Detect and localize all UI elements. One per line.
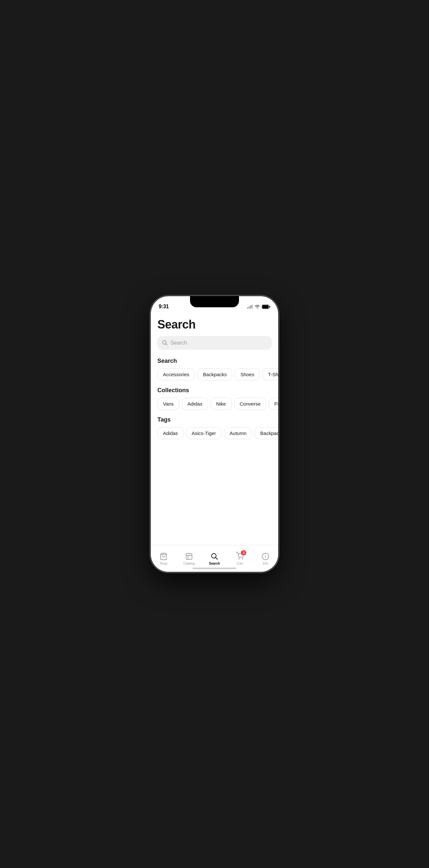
notch — [190, 296, 239, 307]
pill-tag-backpack[interactable]: Backpack — [255, 427, 278, 439]
wifi-icon — [255, 305, 260, 309]
status-time: 9:31 — [159, 304, 169, 310]
search-section-title: Search — [157, 358, 272, 365]
svg-rect-0 — [247, 307, 248, 309]
search-tab-icon — [210, 552, 219, 561]
catalog-icon: A — [185, 552, 193, 561]
phone-screen: 9:31 — [151, 296, 278, 572]
collections-pills-row: Vans Adidas Nike Converse Palladuim P — [151, 398, 278, 410]
pill-accessories[interactable]: Accessories — [157, 368, 195, 380]
pill-converse[interactable]: Converse — [234, 398, 266, 410]
svg-text:A: A — [189, 554, 190, 555]
tab-shop-label: Shop — [160, 562, 167, 565]
collections-section: Collections Vans Adidas Nike Converse Pa… — [157, 387, 272, 410]
tags-pills-row: Adidas Asics-Tiger Autumn Backpack Cap — [151, 427, 278, 439]
search-input-container[interactable]: Search — [157, 336, 272, 350]
tags-section-title: Tags — [157, 416, 272, 423]
tab-cart-label: Cart — [237, 562, 243, 565]
battery-icon — [262, 305, 270, 309]
info-icon — [261, 552, 270, 561]
cart-icon: 3 — [236, 552, 244, 561]
pill-vans[interactable]: Vans — [157, 398, 179, 410]
search-placeholder: Search — [171, 340, 187, 346]
tab-catalog-label: Catalog — [183, 562, 194, 565]
shop-icon — [159, 552, 168, 561]
search-section: Search Accessories Backpacks Shoes T-Shi… — [157, 358, 272, 380]
cart-badge: 3 — [241, 550, 246, 556]
search-input-icon — [162, 340, 168, 346]
pill-tshirts[interactable]: T-Shirts — [263, 368, 278, 380]
page-title: Search — [157, 318, 272, 332]
tab-shop[interactable]: Shop — [151, 552, 176, 565]
tab-info[interactable]: Info — [253, 552, 278, 565]
svg-rect-3 — [252, 305, 253, 309]
signal-icon — [247, 305, 253, 309]
home-indicator — [193, 567, 236, 569]
main-content: Search Search Search Accessories Backpac… — [151, 312, 278, 545]
pill-tag-autumn[interactable]: Autumn — [224, 427, 252, 439]
tab-catalog[interactable]: A Catalog — [176, 552, 202, 565]
tab-info-label: Info — [263, 562, 268, 565]
pill-adidas[interactable]: Adidas — [182, 398, 208, 410]
svg-rect-2 — [250, 305, 251, 309]
svg-rect-1 — [249, 306, 250, 309]
tab-search-label: Search — [209, 562, 220, 565]
pill-backpacks[interactable]: Backpacks — [197, 368, 233, 380]
search-pills-row: Accessories Backpacks Shoes T-Shirts — [151, 368, 278, 380]
svg-rect-5 — [263, 305, 269, 308]
pill-tag-adidas[interactable]: Adidas — [157, 427, 183, 439]
pill-shoes[interactable]: Shoes — [235, 368, 260, 380]
svg-point-11 — [239, 558, 239, 559]
collections-section-title: Collections — [157, 387, 272, 394]
status-icons — [247, 305, 270, 309]
pill-tag-asics[interactable]: Asics-Tiger — [186, 427, 221, 439]
tab-search[interactable]: Search — [202, 552, 227, 565]
pill-nike[interactable]: Nike — [211, 398, 232, 410]
tab-cart[interactable]: 3 Cart — [227, 552, 253, 565]
tags-section: Tags Adidas Asics-Tiger Autumn Backpack … — [157, 416, 272, 439]
svg-point-12 — [242, 558, 243, 559]
phone-frame: 9:31 — [151, 296, 278, 572]
pill-palladuim[interactable]: Palladuim — [269, 398, 278, 410]
